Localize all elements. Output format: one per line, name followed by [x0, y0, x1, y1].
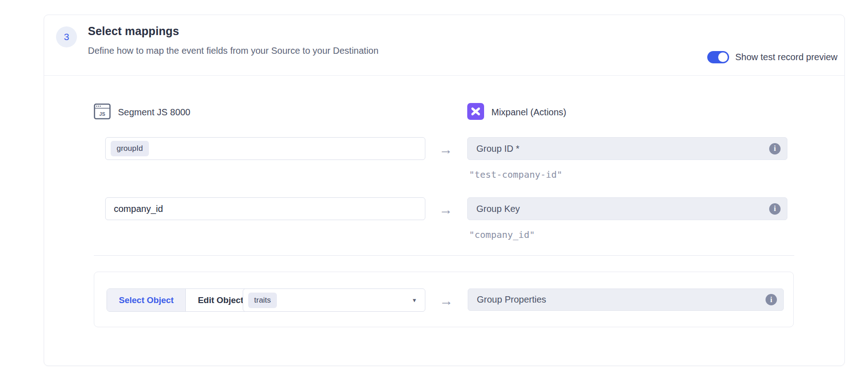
card-header: 3 Select mappings Define how to map the …	[44, 15, 844, 76]
toggle-label: Show test record preview	[735, 52, 837, 62]
arrow-right-icon: →	[434, 294, 458, 308]
object-mode-button-group: Select Object Edit Object	[107, 288, 256, 312]
test-record-preview-value: "company_id"	[469, 229, 535, 240]
destination-field-group-properties: Group Properties i	[468, 288, 784, 311]
destination-column-header: Mixpanel (Actions)	[467, 103, 567, 122]
destination-field-group-id: Group ID * i	[467, 137, 787, 160]
js-browser-icon: JS	[94, 103, 111, 121]
svg-text:JS: JS	[99, 111, 105, 117]
section-divider	[94, 255, 794, 256]
select-object-button[interactable]: Select Object	[107, 289, 186, 311]
object-mapping-container: Select Object Edit Object traits ▼ → Gro…	[94, 272, 794, 327]
source-name: Segment JS 8000	[118, 107, 190, 118]
destination-field-label: Group Key	[476, 204, 520, 214]
test-record-preview-value: "test-company-id"	[469, 169, 562, 180]
page-subtitle: Define how to map the event fields from …	[88, 46, 378, 56]
arrow-right-icon: →	[434, 143, 458, 156]
step-number: 3	[64, 31, 69, 42]
page: 3 Select mappings Define how to map the …	[0, 0, 868, 381]
info-icon[interactable]: i	[769, 143, 781, 154]
info-icon[interactable]: i	[766, 294, 777, 305]
caret-down-icon: ▼	[412, 297, 417, 304]
step-number-badge: 3	[56, 26, 77, 47]
mixpanel-icon	[467, 103, 484, 122]
info-icon[interactable]: i	[769, 203, 781, 215]
object-source-dropdown[interactable]: traits ▼	[243, 288, 425, 312]
page-title: Select mappings	[88, 25, 179, 38]
toggle-knob	[718, 52, 728, 62]
source-field-chip[interactable]: groupId	[111, 141, 149, 156]
destination-field-label: Group Properties	[477, 294, 546, 305]
source-field-input-groupid[interactable]: groupId	[105, 137, 425, 160]
select-mappings-card: 3 Select mappings Define how to map the …	[44, 15, 845, 366]
destination-name: Mixpanel (Actions)	[491, 107, 567, 118]
arrow-right-icon: →	[434, 203, 458, 216]
object-source-chip: traits	[248, 293, 277, 308]
source-field-text: company_id	[114, 204, 163, 214]
source-column-header: JS Segment JS 8000	[94, 103, 190, 121]
destination-field-group-key: Group Key i	[467, 197, 787, 220]
destination-field-label: Group ID *	[476, 144, 519, 154]
source-field-input-company-id[interactable]: company_id	[105, 197, 425, 220]
test-record-preview-toggle-row: Show test record preview	[707, 51, 837, 63]
show-test-record-preview-toggle[interactable]	[707, 51, 729, 63]
